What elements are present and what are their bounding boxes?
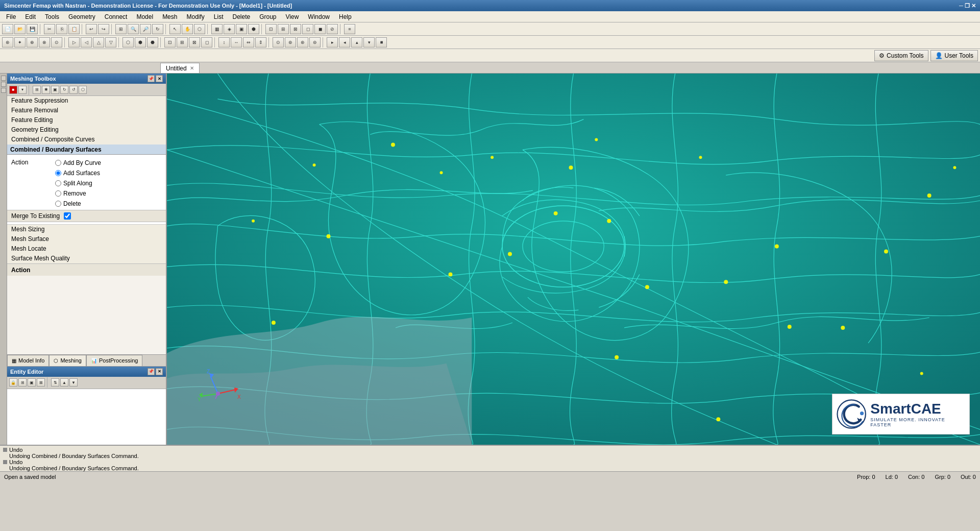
tb2-10[interactable]: ⬡ <box>122 37 134 47</box>
menu-file[interactable]: File <box>2 12 20 21</box>
tb2-21[interactable]: ⊙ <box>273 37 284 47</box>
toolbox-tb-4[interactable]: ▣ <box>51 86 59 94</box>
tree-item-feature-suppression[interactable]: Feature Suppression <box>7 96 166 106</box>
merge-checkbox[interactable] <box>64 212 71 220</box>
ee-tb-3[interactable]: ⊠ <box>37 378 45 387</box>
tb-cut[interactable]: ✂ <box>44 24 55 34</box>
tb-select[interactable]: ↖ <box>169 24 181 34</box>
menu-tools[interactable]: Tools <box>41 12 63 21</box>
ee-tb-6[interactable]: ▼ <box>69 378 78 387</box>
tb2-3[interactable]: ⊕ <box>27 37 38 47</box>
tree-item-surface-mesh-quality[interactable]: Surface Mesh Quality <box>7 254 166 263</box>
strip-btn-3[interactable] <box>1 88 6 93</box>
minimize-button[interactable]: ─ <box>959 3 963 9</box>
ee-tb-4[interactable]: ⇅ <box>51 378 59 387</box>
menu-view[interactable]: View <box>282 12 303 21</box>
menu-list[interactable]: List <box>210 12 228 21</box>
tb-rotate[interactable]: ↻ <box>152 24 163 34</box>
tree-item-combined-composite[interactable]: Combined / Composite Curves <box>7 135 166 144</box>
user-tools-button[interactable]: 👤 User Tools <box>930 50 978 61</box>
tab-meshing[interactable]: ⬡ Meshing <box>49 355 86 366</box>
tb2-25[interactable]: ▸ <box>327 37 338 47</box>
tab-untitled[interactable]: Untitled ✕ <box>160 63 200 73</box>
menu-geometry[interactable]: Geometry <box>64 12 100 21</box>
radio-delete[interactable]: Delete <box>53 199 166 209</box>
toolbox-tb-7[interactable]: ⬡ <box>79 86 87 94</box>
radio-split-along-input[interactable] <box>55 180 61 186</box>
tb-mesh-2[interactable]: ◈ <box>224 24 235 34</box>
tb2-13[interactable]: ⊡ <box>164 37 176 47</box>
tb-save[interactable]: 💾 <box>27 24 38 34</box>
tree-item-mesh-sizing[interactable]: Mesh Sizing <box>7 225 166 234</box>
menu-help[interactable]: Help <box>335 12 356 21</box>
toolbox-tb-2[interactable]: ⊞ <box>33 86 41 94</box>
tb2-7[interactable]: ◁ <box>81 37 92 47</box>
ee-lock-icon[interactable]: 🔒 <box>9 378 17 387</box>
tb-mesh-1[interactable]: ▦ <box>211 24 223 34</box>
tb2-15[interactable]: ⊠ <box>189 37 200 47</box>
tb-v2[interactable]: ⊞ <box>278 24 289 34</box>
tb-v1[interactable]: ⊡ <box>265 24 277 34</box>
tb-zoom-out[interactable]: 🔎 <box>140 24 151 34</box>
tree-item-feature-removal[interactable]: Feature Removal <box>7 106 166 115</box>
viewport[interactable]: Z Y X <box>167 74 980 445</box>
tb2-9[interactable]: ▽ <box>105 37 116 47</box>
tb-zoom-in[interactable]: 🔍 <box>128 24 139 34</box>
tb-v6[interactable]: ⊘ <box>327 24 338 34</box>
tb2-24[interactable]: ⊜ <box>309 37 321 47</box>
combined-boundary-section-header[interactable]: Combined / Boundary Surfaces <box>7 144 166 155</box>
tb2-16[interactable]: ◻ <box>201 37 212 47</box>
radio-split-along[interactable]: Split Along <box>53 178 166 188</box>
menu-model[interactable]: Model <box>132 12 157 21</box>
tb-undo[interactable]: ↩ <box>86 24 97 34</box>
custom-tools-button[interactable]: ⚙ Custom Tools <box>874 50 928 61</box>
tb2-14[interactable]: ⊞ <box>177 37 188 47</box>
tree-item-geometry-editing[interactable]: Geometry Editing <box>7 125 166 135</box>
tb-paste[interactable]: 📋 <box>68 24 80 34</box>
tree-item-mesh-locate[interactable]: Mesh Locate <box>7 244 166 254</box>
radio-add-by-curve[interactable]: Add By Curve <box>53 158 166 168</box>
ee-tb-1[interactable]: ⊞ <box>18 378 27 387</box>
tb2-8[interactable]: △ <box>93 37 104 47</box>
menu-mesh[interactable]: Mesh <box>158 12 181 21</box>
tb2-20[interactable]: ⇕ <box>255 37 266 47</box>
ee-tb-2[interactable]: ▣ <box>28 378 36 387</box>
radio-add-surfaces-input[interactable] <box>55 170 61 176</box>
tb2-11[interactable]: ⬢ <box>135 37 146 47</box>
menu-connect[interactable]: Connect <box>101 12 132 21</box>
radio-remove[interactable]: Remove <box>53 188 166 199</box>
tb-zoom-fit[interactable]: ⊞ <box>115 24 127 34</box>
tb2-23[interactable]: ⊛ <box>297 37 308 47</box>
tb-mesh-4[interactable]: ⬢ <box>248 24 259 34</box>
menu-edit[interactable]: Edit <box>21 12 40 21</box>
tb2-4[interactable]: ⊗ <box>39 37 50 47</box>
radio-remove-input[interactable] <box>55 190 61 197</box>
tb2-28[interactable]: ▾ <box>363 37 375 47</box>
ee-tb-5[interactable]: ▲ <box>60 378 68 387</box>
radio-delete-input[interactable] <box>55 201 61 207</box>
tb2-1[interactable]: ⊛ <box>2 37 13 47</box>
entity-editor-close[interactable]: ✕ <box>156 368 163 375</box>
tb2-19[interactable]: ⇔ <box>243 37 254 47</box>
tb-v4[interactable]: ◻ <box>302 24 313 34</box>
close-button[interactable]: ✕ <box>971 3 976 9</box>
red-icon[interactable]: ■ <box>9 86 17 94</box>
tb2-26[interactable]: ◂ <box>339 37 350 47</box>
toolbox-tb-6[interactable]: ↺ <box>69 86 78 94</box>
tb2-27[interactable]: ▴ <box>351 37 362 47</box>
toolbox-tb-3[interactable]: ✱ <box>42 86 50 94</box>
entity-editor-pin[interactable]: 📌 <box>148 368 155 375</box>
tb2-29[interactable]: ◾ <box>376 37 387 47</box>
tb-v3[interactable]: ⊠ <box>290 24 301 34</box>
tb-open[interactable]: 📂 <box>14 24 26 34</box>
tb-v5[interactable]: ◼ <box>314 24 326 34</box>
tab-close-button[interactable]: ✕ <box>190 65 194 71</box>
tb2-22[interactable]: ⊚ <box>285 37 296 47</box>
tb-mesh-3[interactable]: ▣ <box>236 24 247 34</box>
strip-btn-2[interactable] <box>1 82 6 87</box>
tab-model-info[interactable]: ▦ Model Info <box>7 355 49 366</box>
tb-3d[interactable]: ⬡ <box>194 24 205 34</box>
restore-button[interactable]: ❐ <box>965 3 970 9</box>
toolbox-tb-1[interactable]: ▾ <box>18 86 27 94</box>
tb2-5[interactable]: ⊙ <box>51 37 62 47</box>
